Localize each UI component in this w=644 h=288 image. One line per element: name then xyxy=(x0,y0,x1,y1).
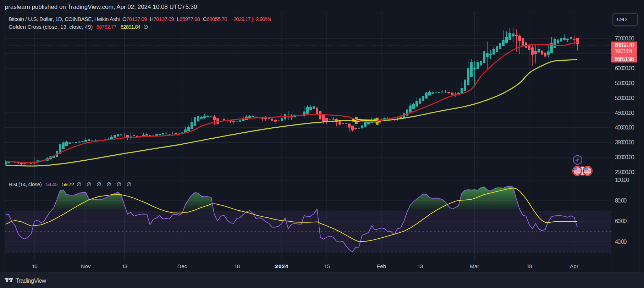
svg-text:62891.84: 62891.84 xyxy=(121,24,141,30)
svg-text:40.00: 40.00 xyxy=(615,239,627,245)
svg-text:40000.00: 40000.00 xyxy=(615,124,634,131)
svg-text:68762.77: 68762.77 xyxy=(96,24,116,30)
svg-text:25000.00: 25000.00 xyxy=(615,169,634,175)
svg-text:Feb: Feb xyxy=(376,263,386,269)
svg-text:∅: ∅ xyxy=(97,181,101,187)
svg-text:60000.00: 60000.00 xyxy=(615,65,634,71)
svg-text:45000.00: 45000.00 xyxy=(615,110,634,116)
svg-text:Nov: Nov xyxy=(81,263,91,269)
svg-text:60.00: 60.00 xyxy=(615,218,627,224)
svg-text:55000.00: 55000.00 xyxy=(615,80,634,86)
svg-text:66851.96: 66851.96 xyxy=(615,56,634,62)
svg-text:16: 16 xyxy=(32,263,37,269)
svg-text:L65977.98: L65977.98 xyxy=(177,16,200,22)
svg-text:100.00: 100.00 xyxy=(615,177,629,183)
svg-text:30000.00: 30000.00 xyxy=(615,154,634,160)
svg-text:∅: ∅ xyxy=(127,181,131,187)
svg-text:O70137.09: O70137.09 xyxy=(122,16,147,22)
svg-text:Dec: Dec xyxy=(177,263,187,269)
svg-text:13: 13 xyxy=(122,263,127,269)
svg-text:RSI (14, close): RSI (14, close) xyxy=(9,181,42,187)
svg-text:68055.70: 68055.70 xyxy=(615,42,634,48)
svg-text:H70137.09: H70137.09 xyxy=(150,16,174,22)
svg-text:∅: ∅ xyxy=(106,181,111,187)
svg-text:∅: ∅ xyxy=(87,181,91,187)
svg-text:∅: ∅ xyxy=(116,181,121,187)
svg-text:−2029.17 (−2.90%): −2029.17 (−2.90%) xyxy=(231,16,271,22)
svg-text:15: 15 xyxy=(324,263,330,269)
svg-text:13: 13 xyxy=(417,263,423,269)
svg-text:∅: ∅ xyxy=(77,181,81,187)
svg-text:Bitcoin / U.S. Dollar, 1D, COI: Bitcoin / U.S. Dollar, 1D, COINBASE, Hei… xyxy=(9,16,120,22)
svg-text:18: 18 xyxy=(527,263,532,269)
svg-text:praslearn published on Trading: praslearn published on TradingView.com, … xyxy=(5,4,197,10)
svg-text:18: 18 xyxy=(234,263,240,269)
svg-text:2024: 2024 xyxy=(275,263,288,269)
svg-text:∅: ∅ xyxy=(143,24,148,30)
svg-text:19:21:04: 19:21:04 xyxy=(615,48,632,54)
svg-text:50000.00: 50000.00 xyxy=(615,95,634,101)
svg-text:USD: USD xyxy=(617,16,627,22)
svg-text:59.72: 59.72 xyxy=(62,181,74,187)
svg-text:C68055.70: C68055.70 xyxy=(203,16,227,22)
svg-text:80.00: 80.00 xyxy=(615,198,627,204)
svg-text:70000.00: 70000.00 xyxy=(615,35,634,41)
svg-text:Apr: Apr xyxy=(570,263,578,269)
svg-text:TradingView: TradingView xyxy=(16,277,46,284)
svg-text:35000.00: 35000.00 xyxy=(615,139,634,145)
svg-text:Golden Cross (close, 13, close: Golden Cross (close, 13, close, 49) xyxy=(9,24,93,30)
svg-text:54.45: 54.45 xyxy=(46,181,58,187)
svg-text:Mar: Mar xyxy=(470,263,479,269)
